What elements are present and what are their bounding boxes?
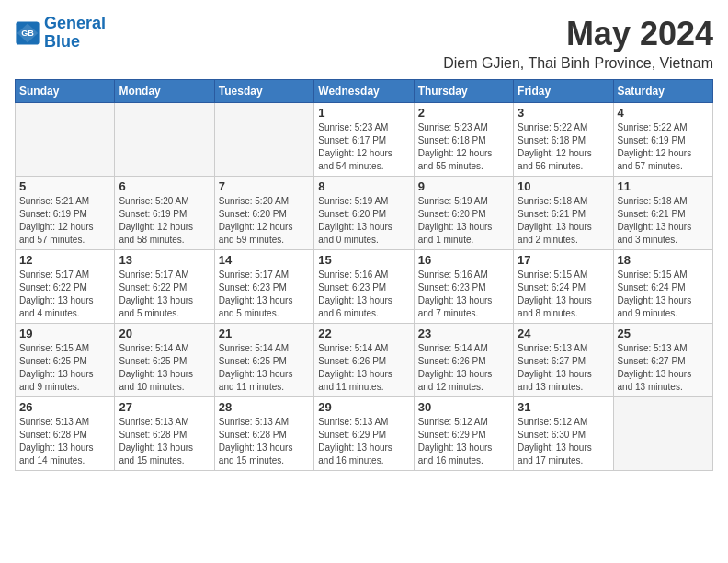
day-number: 5 [19,179,110,193]
calendar-day-cell: 17Sunrise: 5:15 AM Sunset: 6:24 PM Dayli… [514,250,613,324]
weekday-header: Saturday [613,80,712,103]
logo-line2: Blue [44,32,80,51]
calendar-day-cell: 6Sunrise: 5:20 AM Sunset: 6:19 PM Daylig… [115,177,214,250]
day-number: 6 [119,179,210,193]
title-block: May 2024 Diem GJien, Thai Binh Province,… [443,15,713,72]
page-header: GB General Blue May 2024 Diem GJien, Tha… [15,15,713,72]
day-number: 15 [318,253,409,267]
calendar-day-cell: 20Sunrise: 5:14 AM Sunset: 6:25 PM Dayli… [115,324,214,397]
calendar-day-cell: 30Sunrise: 5:12 AM Sunset: 6:29 PM Dayli… [414,397,513,471]
calendar-day-cell: 13Sunrise: 5:17 AM Sunset: 6:22 PM Dayli… [115,250,214,324]
day-info: Sunrise: 5:21 AM Sunset: 6:19 PM Dayligh… [19,195,110,247]
day-info: Sunrise: 5:15 AM Sunset: 6:25 PM Dayligh… [19,342,110,394]
calendar-day-cell: 29Sunrise: 5:13 AM Sunset: 6:29 PM Dayli… [314,397,414,471]
day-info: Sunrise: 5:13 AM Sunset: 6:28 PM Dayligh… [19,416,110,467]
calendar-day-cell: 16Sunrise: 5:16 AM Sunset: 6:23 PM Dayli… [414,250,513,324]
day-info: Sunrise: 5:14 AM Sunset: 6:25 PM Dayligh… [219,342,310,394]
calendar-day-cell: 26Sunrise: 5:13 AM Sunset: 6:28 PM Dayli… [16,397,115,471]
day-number: 18 [618,253,709,267]
day-info: Sunrise: 5:12 AM Sunset: 6:29 PM Dayligh… [418,416,509,467]
calendar-body: 1Sunrise: 5:23 AM Sunset: 6:17 PM Daylig… [16,103,713,471]
day-info: Sunrise: 5:23 AM Sunset: 6:17 PM Dayligh… [318,121,409,173]
logo-line1: General [44,14,106,32]
day-info: Sunrise: 5:17 AM Sunset: 6:22 PM Dayligh… [19,269,110,320]
day-info: Sunrise: 5:18 AM Sunset: 6:21 PM Dayligh… [518,195,609,247]
calendar-day-cell: 27Sunrise: 5:13 AM Sunset: 6:28 PM Dayli… [115,397,214,471]
calendar-day-cell: 25Sunrise: 5:13 AM Sunset: 6:27 PM Dayli… [613,324,712,397]
main-title: May 2024 [443,15,713,53]
calendar-day-cell [16,103,115,177]
day-info: Sunrise: 5:18 AM Sunset: 6:21 PM Dayligh… [618,195,709,247]
calendar-week-row: 5Sunrise: 5:21 AM Sunset: 6:19 PM Daylig… [16,177,713,250]
day-info: Sunrise: 5:15 AM Sunset: 6:24 PM Dayligh… [518,269,609,320]
day-number: 4 [618,106,709,120]
calendar-day-cell: 19Sunrise: 5:15 AM Sunset: 6:25 PM Dayli… [16,324,115,397]
day-info: Sunrise: 5:20 AM Sunset: 6:19 PM Dayligh… [119,195,210,247]
day-info: Sunrise: 5:14 AM Sunset: 6:26 PM Dayligh… [418,342,509,394]
day-number: 28 [219,400,310,414]
weekday-header: Thursday [414,80,513,103]
day-info: Sunrise: 5:19 AM Sunset: 6:20 PM Dayligh… [318,195,409,247]
day-number: 20 [119,327,210,340]
day-number: 16 [418,253,509,267]
day-info: Sunrise: 5:14 AM Sunset: 6:25 PM Dayligh… [119,342,210,394]
calendar-day-cell: 9Sunrise: 5:19 AM Sunset: 6:20 PM Daylig… [414,177,513,250]
day-info: Sunrise: 5:20 AM Sunset: 6:20 PM Dayligh… [219,195,310,247]
weekday-header: Monday [115,80,214,103]
day-info: Sunrise: 5:16 AM Sunset: 6:23 PM Dayligh… [318,269,409,320]
day-info: Sunrise: 5:22 AM Sunset: 6:19 PM Dayligh… [618,121,709,173]
calendar-week-row: 19Sunrise: 5:15 AM Sunset: 6:25 PM Dayli… [16,324,713,397]
calendar-day-cell: 7Sunrise: 5:20 AM Sunset: 6:20 PM Daylig… [214,177,313,250]
day-number: 21 [219,327,310,340]
day-info: Sunrise: 5:12 AM Sunset: 6:30 PM Dayligh… [518,416,609,467]
svg-text:GB: GB [21,29,34,38]
day-number: 25 [618,327,709,340]
day-number: 24 [518,327,609,340]
calendar-day-cell: 12Sunrise: 5:17 AM Sunset: 6:22 PM Dayli… [16,250,115,324]
weekday-row: SundayMondayTuesdayWednesdayThursdayFrid… [16,80,713,103]
day-number: 27 [119,400,210,414]
calendar-week-row: 26Sunrise: 5:13 AM Sunset: 6:28 PM Dayli… [16,397,713,471]
day-number: 11 [618,179,709,193]
calendar-day-cell: 15Sunrise: 5:16 AM Sunset: 6:23 PM Dayli… [314,250,414,324]
calendar-day-cell: 5Sunrise: 5:21 AM Sunset: 6:19 PM Daylig… [16,177,115,250]
calendar-day-cell: 23Sunrise: 5:14 AM Sunset: 6:26 PM Dayli… [414,324,513,397]
day-info: Sunrise: 5:13 AM Sunset: 6:29 PM Dayligh… [318,416,409,467]
day-info: Sunrise: 5:13 AM Sunset: 6:27 PM Dayligh… [618,342,709,394]
calendar-day-cell: 22Sunrise: 5:14 AM Sunset: 6:26 PM Dayli… [314,324,414,397]
logo-text: General Blue [44,15,106,52]
day-number: 14 [219,253,310,267]
day-info: Sunrise: 5:17 AM Sunset: 6:22 PM Dayligh… [119,269,210,320]
calendar-day-cell: 24Sunrise: 5:13 AM Sunset: 6:27 PM Dayli… [514,324,613,397]
day-number: 17 [518,253,609,267]
calendar-day-cell: 3Sunrise: 5:22 AM Sunset: 6:18 PM Daylig… [514,103,613,177]
calendar-day-cell: 10Sunrise: 5:18 AM Sunset: 6:21 PM Dayli… [514,177,613,250]
weekday-header: Friday [514,80,613,103]
day-number: 10 [518,179,609,193]
calendar-day-cell: 4Sunrise: 5:22 AM Sunset: 6:19 PM Daylig… [613,103,712,177]
calendar-day-cell: 21Sunrise: 5:14 AM Sunset: 6:25 PM Dayli… [214,324,313,397]
calendar-week-row: 12Sunrise: 5:17 AM Sunset: 6:22 PM Dayli… [16,250,713,324]
calendar-week-row: 1Sunrise: 5:23 AM Sunset: 6:17 PM Daylig… [16,103,713,177]
day-number: 12 [19,253,110,267]
day-number: 22 [318,327,409,340]
day-number: 9 [418,179,509,193]
calendar: SundayMondayTuesdayWednesdayThursdayFrid… [15,79,713,471]
day-number: 8 [318,179,409,193]
weekday-header: Wednesday [314,80,414,103]
day-info: Sunrise: 5:15 AM Sunset: 6:24 PM Dayligh… [618,269,709,320]
calendar-day-cell [613,397,712,471]
calendar-day-cell: 18Sunrise: 5:15 AM Sunset: 6:24 PM Dayli… [613,250,712,324]
day-info: Sunrise: 5:14 AM Sunset: 6:26 PM Dayligh… [318,342,409,394]
calendar-day-cell: 2Sunrise: 5:23 AM Sunset: 6:18 PM Daylig… [414,103,513,177]
logo-icon: GB [15,20,40,46]
day-number: 29 [318,400,409,414]
calendar-day-cell: 8Sunrise: 5:19 AM Sunset: 6:20 PM Daylig… [314,177,414,250]
day-info: Sunrise: 5:23 AM Sunset: 6:18 PM Dayligh… [418,121,509,173]
day-number: 30 [418,400,509,414]
day-number: 23 [418,327,509,340]
day-info: Sunrise: 5:16 AM Sunset: 6:23 PM Dayligh… [418,269,509,320]
logo: GB General Blue [15,15,106,52]
calendar-day-cell: 14Sunrise: 5:17 AM Sunset: 6:23 PM Dayli… [214,250,313,324]
day-info: Sunrise: 5:17 AM Sunset: 6:23 PM Dayligh… [219,269,310,320]
